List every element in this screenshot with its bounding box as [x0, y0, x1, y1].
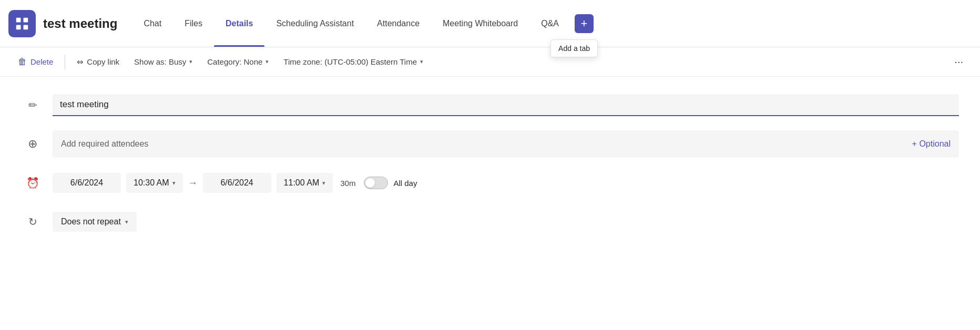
allday-toggle[interactable]: All day: [364, 177, 417, 189]
top-nav: test meeting Chat Files Details Scheduli…: [0, 0, 980, 47]
allday-toggle-track[interactable]: [364, 177, 388, 189]
category-dropdown[interactable]: Category: None ▾: [200, 54, 276, 69]
title-row: ✏: [21, 87, 959, 123]
duration-label: 30m: [340, 179, 355, 188]
datetime-wrap: 6/6/2024 10:30 AM ▾ → 6/6/2024 11:00 AM …: [53, 173, 959, 193]
clock-icon-wrap: ⏰: [21, 177, 44, 189]
attendees-row: ⊕ Add required attendees + Optional: [21, 126, 959, 162]
form-area: ✏ ⊕ Add required attendees + Optional ⏰ …: [0, 77, 980, 250]
attendees-input[interactable]: Add required attendees + Optional: [53, 130, 959, 158]
category-label: Category: None: [207, 57, 262, 66]
repeat-row: ↻ Does not repeat ▾: [21, 204, 959, 240]
delete-label: Delete: [30, 57, 53, 66]
grid-icon: [14, 16, 30, 32]
svg-rect-2: [16, 25, 21, 29]
show-as-chevron-icon: ▾: [189, 58, 192, 65]
tab-chat[interactable]: Chat: [132, 0, 173, 47]
attendees-icon-wrap: ⊕: [21, 137, 44, 151]
time-arrow-separator: →: [188, 178, 198, 189]
allday-label: All day: [393, 179, 417, 188]
toolbar-divider: [65, 55, 65, 69]
tab-whiteboard[interactable]: Meeting Whiteboard: [431, 0, 529, 47]
timezone-chevron-icon: ▾: [420, 58, 423, 65]
repeat-icon-wrap: ↻: [21, 215, 44, 228]
trash-icon: 🗑: [18, 57, 27, 67]
timezone-label: Time zone: (UTC-05:00) Eastern Time: [283, 57, 417, 66]
repeat-wrap: Does not repeat ▾: [53, 212, 137, 232]
tab-files[interactable]: Files: [173, 0, 214, 47]
show-as-dropdown[interactable]: Show as: Busy ▾: [127, 54, 200, 69]
end-time-chevron-icon: ▾: [322, 180, 325, 187]
tab-attendance[interactable]: Attendance: [365, 0, 431, 47]
svg-rect-1: [24, 17, 28, 22]
allday-toggle-knob: [365, 178, 375, 188]
end-date-picker[interactable]: 6/6/2024: [203, 173, 271, 193]
copy-link-button[interactable]: ⇔ Copy link: [69, 54, 127, 70]
add-tab-button[interactable]: + Add a tab: [575, 14, 594, 33]
copy-link-label: Copy link: [87, 57, 119, 66]
datetime-row: ⏰ 6/6/2024 10:30 AM ▾ → 6/6/2024 11:00 A…: [21, 165, 959, 201]
repeat-chevron-icon: ▾: [125, 219, 128, 225]
edit-icon-wrap: ✏: [21, 99, 44, 111]
add-tab-tooltip: Add a tab: [550, 39, 598, 57]
repeat-content: Does not repeat ▾: [53, 212, 959, 232]
start-time-picker[interactable]: 10:30 AM ▾: [126, 173, 183, 193]
nav-tabs: Chat Files Details Scheduling Assistant …: [132, 0, 570, 47]
repeat-icon: ↻: [28, 215, 37, 228]
clock-icon: ⏰: [26, 177, 39, 189]
title-content: [53, 94, 959, 116]
optional-button[interactable]: + Optional: [912, 139, 951, 149]
add-person-icon: ⊕: [28, 137, 37, 151]
meeting-title: test meeting: [43, 16, 117, 31]
tab-details[interactable]: Details: [214, 0, 264, 47]
title-input-wrap[interactable]: [53, 94, 959, 116]
pencil-icon: ✏: [28, 99, 37, 111]
delete-button[interactable]: 🗑 Delete: [11, 54, 60, 70]
start-time-chevron-icon: ▾: [172, 180, 176, 187]
svg-rect-0: [16, 17, 21, 22]
attendees-content: Add required attendees + Optional: [53, 130, 959, 158]
title-input[interactable]: [60, 99, 952, 110]
tab-scheduling[interactable]: Scheduling Assistant: [264, 0, 365, 47]
attendees-placeholder: Add required attendees: [61, 139, 148, 149]
datetime-content: 6/6/2024 10:30 AM ▾ → 6/6/2024 11:00 AM …: [53, 173, 959, 193]
more-options-button[interactable]: ···: [948, 53, 969, 71]
link-icon: ⇔: [77, 57, 84, 67]
repeat-dropdown[interactable]: Does not repeat ▾: [53, 212, 137, 232]
start-date-picker[interactable]: 6/6/2024: [53, 173, 121, 193]
svg-rect-3: [24, 25, 28, 29]
repeat-label: Does not repeat: [61, 217, 121, 226]
category-chevron-icon: ▾: [266, 58, 269, 65]
show-as-label: Show as: Busy: [134, 57, 186, 66]
app-icon: [8, 10, 36, 37]
ellipsis-icon: ···: [954, 56, 963, 67]
end-time-value: 11:00 AM: [284, 178, 320, 188]
start-time-value: 10:30 AM: [134, 178, 169, 188]
timezone-dropdown[interactable]: Time zone: (UTC-05:00) Eastern Time ▾: [276, 54, 431, 69]
toolbar: 🗑 Delete ⇔ Copy link Show as: Busy ▾ Cat…: [0, 47, 980, 77]
end-time-picker[interactable]: 11:00 AM ▾: [277, 173, 333, 193]
